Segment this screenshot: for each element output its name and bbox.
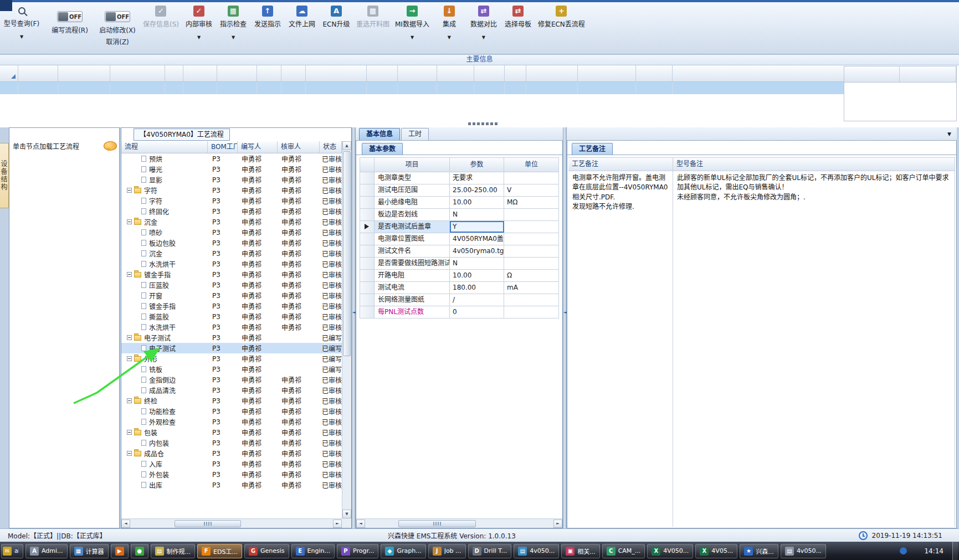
taskbar-button[interactable]: ● (131, 544, 148, 558)
column-header[interactable] (526, 65, 578, 81)
param-value-cell[interactable]: 无要求 (450, 172, 504, 184)
tree-node-row[interactable]: 曝光 P3 申勇祁 申勇祁 已审核 (121, 164, 342, 174)
column-header[interactable] (844, 66, 900, 82)
tree-node-row[interactable]: 字符 P3 申勇祁 申勇祁 已审核 (121, 185, 342, 196)
tray-clock[interactable]: 14:14 (924, 547, 943, 555)
taskbar-button[interactable]: X 4V05... (695, 544, 737, 558)
tree-node-row[interactable]: 包装 P3 申勇祁 申勇祁 已审核 (121, 427, 342, 438)
tab-work-hours[interactable]: 工时 (401, 128, 429, 140)
tree-node-row[interactable]: 沉金 P3 申勇祁 申勇祁 已审核 (121, 217, 342, 227)
taskbar-button[interactable]: ▶ (111, 544, 129, 558)
chevron-down-icon[interactable]: ▼ (947, 131, 951, 137)
scrollbar-thumb[interactable] (398, 520, 476, 527)
column-header[interactable] (0, 65, 18, 81)
tree-node-row[interactable]: 外形 P3 申勇祁 已编写 (121, 353, 342, 364)
tree-node-row[interactable]: 镀金手指 P3 申勇祁 申勇祁 已审核 (121, 301, 342, 311)
tree-node-row[interactable]: 板边包胶 P3 申勇祁 申勇祁 已审核 (121, 238, 342, 248)
param-value-cell[interactable]: 10.00 (450, 197, 504, 208)
scroll-right-icon[interactable]: ► (333, 520, 342, 528)
tree-node-row[interactable]: 显影 P3 申勇祁 申勇祁 已审核 (121, 174, 342, 185)
window-system-icon[interactable] (0, 0, 12, 11)
params-notes-splitter[interactable]: ◄ (563, 127, 567, 528)
column-header[interactable] (183, 65, 217, 81)
scrollbar-thumb[interactable] (175, 520, 241, 527)
column-header[interactable] (367, 65, 398, 81)
tree-node-row[interactable]: 水洗烘干 P3 申勇祁 申勇祁 已审核 (121, 259, 342, 269)
column-header[interactable] (58, 65, 110, 81)
column-header[interactable] (165, 65, 183, 81)
param-row[interactable]: 最小绝缘电阻 10.00 MΩ (360, 197, 559, 209)
taskbar-button[interactable]: ▣ 相关... (561, 544, 600, 558)
column-header[interactable]: 单位 (504, 158, 559, 172)
param-row[interactable]: 板边是否划线 N (360, 209, 559, 221)
tree-node-row[interactable]: 内包装 P3 申勇祁 申勇祁 已审核 (121, 438, 342, 448)
toolbar-button[interactable]: ⇄ 数据对比 ▼ (469, 6, 498, 40)
tree-node-row[interactable]: 喷砂 P3 申勇祁 申勇祁 已审核 (121, 227, 342, 238)
toolbar-button-dropdown[interactable]: ▼ (184, 35, 213, 40)
toolbar-button[interactable]: → MI数据导入 ▼ (395, 6, 429, 40)
taskbar-button[interactable]: ★ 兴森... (740, 544, 778, 558)
scroll-right-icon[interactable]: ► (553, 520, 562, 528)
tree-horizontal-scrollbar[interactable]: ◄ ► (121, 518, 342, 528)
tray-icon[interactable] (900, 547, 907, 554)
tree-node-row[interactable]: 字符 P3 申勇祁 申勇祁 已审核 (121, 196, 342, 206)
taskbar-button[interactable]: F EDS工... (197, 544, 242, 558)
tab-basic-params[interactable]: 基本参数 (362, 143, 403, 155)
column-header[interactable]: 流程 (121, 141, 208, 153)
column-header[interactable] (437, 65, 474, 81)
taskbar-button[interactable]: P Progr... (337, 544, 378, 558)
taskbar-button[interactable]: ▤ 4v050... (514, 544, 559, 558)
tree-expander-icon[interactable] (127, 451, 132, 456)
column-header[interactable] (636, 65, 673, 81)
tree-expander-icon[interactable] (127, 219, 132, 224)
tree-node-row[interactable]: 出库 P3 申勇祁 申勇祁 已审核 (121, 480, 342, 490)
param-row[interactable]: 每PNL测试点数 0 (360, 306, 559, 318)
column-header[interactable] (900, 66, 956, 82)
tree-expander-icon[interactable] (127, 398, 132, 403)
column-header[interactable]: 项目 (375, 158, 450, 172)
column-header[interactable]: 参数 (450, 158, 504, 172)
param-value-cell[interactable]: 25.00-250.00 (450, 184, 504, 196)
taskbar-button[interactable]: ◆ Graph... (381, 544, 425, 558)
taskbar-button[interactable]: C CAM_... (602, 544, 645, 558)
tree-node-row[interactable]: 成品仓 P3 申勇祁 申勇祁 已审核 (121, 448, 342, 459)
scroll-down-icon[interactable]: ▼ (342, 510, 351, 518)
tree-expander-icon[interactable] (127, 272, 132, 277)
tab-basic-info[interactable]: 基本信息 (359, 128, 400, 140)
taskbar-button[interactable]: ▤ 制作规... (151, 544, 196, 558)
sidebar-tab-device-structure[interactable]: 设备结构 (0, 143, 9, 208)
scroll-left-icon[interactable]: ◄ (121, 520, 130, 528)
column-header[interactable] (578, 65, 636, 81)
param-value-cell[interactable]: Y (450, 221, 504, 233)
taskbar-button[interactable]: ▦ 计算器 (70, 544, 109, 558)
param-value-cell[interactable]: 0 (450, 306, 504, 318)
column-header[interactable]: BOM工厂 (208, 141, 238, 153)
column-header[interactable] (505, 65, 526, 81)
toolbar-button[interactable]: ⇄ 选择母板 ▼ (504, 6, 532, 40)
params-horizontal-scrollbar[interactable]: ◄ ► (356, 518, 562, 528)
model-query-dropdown[interactable]: ▼ (3, 34, 40, 39)
param-row[interactable]: 是否需要做线圈短路测试 N (360, 258, 559, 270)
cancel-button[interactable]: 取消(Z) (94, 37, 141, 46)
tree-node-row[interactable]: 外观检查 P3 申勇祁 申勇祁 已审核 (121, 417, 342, 427)
toolbar-button[interactable]: + 修复ECN丢流程 ▼ (538, 6, 585, 40)
toolbar-button-dropdown[interactable]: ▼ (469, 35, 498, 40)
tree-expander-icon[interactable] (127, 335, 132, 340)
write-flow-toggle[interactable]: OFF (57, 11, 83, 22)
tree-node-row[interactable]: 金指倒边 P3 申勇祁 申勇祁 已审核 (121, 374, 342, 385)
collapse-left-icon[interactable]: ◄ (352, 310, 355, 315)
param-value-cell[interactable]: 180.00 (450, 282, 504, 294)
param-row[interactable]: 电测章位置图纸 4V050RYMA0盖... (360, 233, 559, 245)
process-flow-title-tab[interactable]: 【4V050RYMA0】工艺流程 (134, 129, 230, 141)
toolbar-button-dropdown[interactable]: ▼ (395, 35, 429, 40)
tree-node-row[interactable]: 终固化 P3 申勇祁 申勇祁 已审核 (121, 206, 342, 217)
param-row[interactable]: 测试电流 180.00 mA (360, 282, 559, 294)
column-header[interactable] (110, 65, 165, 81)
model-grid-selected-row[interactable] (0, 82, 844, 94)
column-header[interactable] (398, 65, 437, 81)
tree-node-row[interactable]: 功能检查 P3 申勇祁 申勇祁 已审核 (121, 406, 342, 417)
tree-node-row[interactable]: 撕蓝胶 P3 申勇祁 申勇祁 已审核 (121, 311, 342, 322)
param-row[interactable]: 是否电测试后盖章 Y (360, 221, 559, 233)
param-row[interactable]: 长网络测量图纸 / (360, 294, 559, 306)
tab-process-notes[interactable]: 工艺备注 (572, 143, 613, 155)
